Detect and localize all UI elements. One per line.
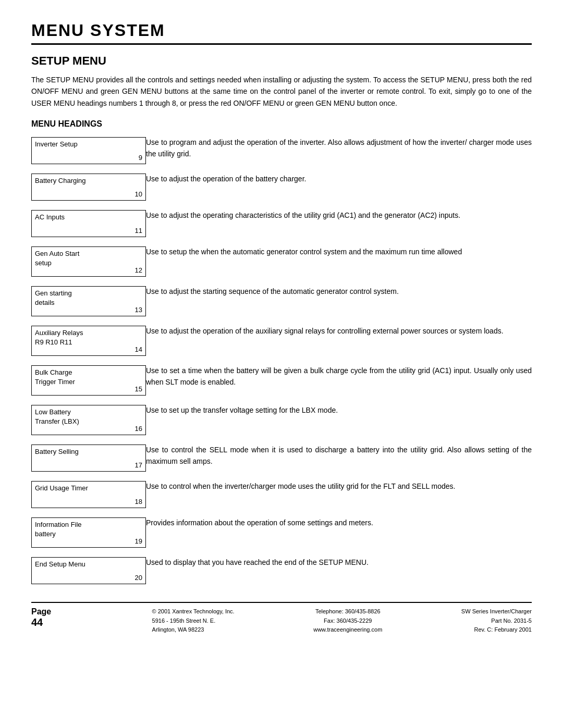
menu-item-number: 19 <box>135 537 142 545</box>
menu-item-label: Bulk ChargeTrigger Timer <box>35 368 75 386</box>
footer-company: © 2001 Xantrex Technology, Inc. 5916 - 1… <box>152 607 235 635</box>
footer-telephone: Telephone: 360/435-8826 <box>313 607 382 616</box>
menu-item-number: 11 <box>135 227 142 235</box>
menu-cell-box: End Setup Menu 20 <box>31 557 146 584</box>
menu-cell-box: Low BatteryTransfer (LBX) 16 <box>31 405 146 435</box>
footer-rev: Rev. C: February 2001 <box>461 625 532 635</box>
footer-contact: Telephone: 360/435-8826 Fax: 360/435-222… <box>313 607 382 635</box>
menu-item-description: Provides information about the operation… <box>146 515 532 550</box>
menu-item-number: 15 <box>135 385 142 393</box>
table-row: Grid Usage Timer 18 Use to control when … <box>31 479 532 510</box>
table-row: Inverter Setup 9 Use to program and adju… <box>31 135 532 166</box>
menu-item-label: Inverter Setup <box>35 140 78 148</box>
table-row: AC Inputs 11 Use to adjust the operating… <box>31 208 532 239</box>
menu-cell-box: Gen Auto Startsetup 12 <box>31 246 146 277</box>
menu-cell-box: Grid Usage Timer 18 <box>31 481 146 508</box>
table-row: Bulk ChargeTrigger Timer 15 Use to set a… <box>31 363 532 398</box>
menu-item-label: Battery Selling <box>35 448 79 455</box>
footer-product: SW Series Inverter/Charger Part No. 2031… <box>461 607 532 635</box>
menu-item-number: 18 <box>135 498 142 505</box>
menu-item-label: End Setup Menu <box>35 560 85 568</box>
menu-item-description: Use to program and adjust the operation … <box>146 135 532 166</box>
menu-item-description: Use to set a time when the battery will … <box>146 363 532 398</box>
menu-item-number: 12 <box>135 266 142 274</box>
menu-item-description: Use to control the SELL mode when it is … <box>146 442 532 474</box>
menu-item-number: 16 <box>135 425 142 433</box>
menu-item-label: AC Inputs <box>35 213 65 221</box>
menu-cell-box: Auxiliary RelaysR9 R10 R11 14 <box>31 326 146 356</box>
menu-cell-box: Battery Charging 10 <box>31 174 146 201</box>
menu-cell-box: Bulk ChargeTrigger Timer 15 <box>31 365 146 396</box>
menu-item-description: Use to setup the when the automatic gene… <box>146 244 532 279</box>
menu-cell-box: Information Filebattery 19 <box>31 517 146 548</box>
page-number: 44 <box>31 616 43 628</box>
footer-website: www.traceengineering.com <box>313 625 382 635</box>
table-row: Battery Charging 10 Use to adjust the op… <box>31 171 532 203</box>
menu-item-description: Used to display that you have reached th… <box>146 555 532 586</box>
menu-item-label: Grid Usage Timer <box>35 484 88 492</box>
menu-item-description: Use to adjust the operation of the batte… <box>146 171 532 203</box>
menu-headings-title: MENU HEADINGS <box>31 119 532 129</box>
menu-table: Inverter Setup 9 Use to program and adju… <box>31 135 532 586</box>
menu-item-label: Gen Auto Startsetup <box>35 250 79 267</box>
footer-fax: Fax: 360/435-2229 <box>313 616 382 626</box>
menu-item-number: 10 <box>135 190 142 198</box>
menu-item-number: 20 <box>135 574 142 582</box>
footer-part-no: Part No. 2031-5 <box>461 616 532 626</box>
menu-item-description: Use to adjust the operating characterist… <box>146 208 532 239</box>
menu-item-description: Use to adjust the starting sequence of t… <box>146 284 532 318</box>
table-row: End Setup Menu 20 Used to display that y… <box>31 555 532 586</box>
menu-item-number: 9 <box>139 154 142 162</box>
menu-item-label: Information Filebattery <box>35 521 82 538</box>
menu-item-number: 14 <box>135 346 142 353</box>
footer-address1: 5916 - 195th Street N. E. <box>152 616 235 626</box>
menu-cell-box: AC Inputs 11 <box>31 210 146 237</box>
menu-cell-box: Inverter Setup 9 <box>31 137 146 164</box>
menu-item-number: 17 <box>135 461 142 469</box>
menu-item-label: Battery Charging <box>35 177 86 184</box>
footer-product-name: SW Series Inverter/Charger <box>461 607 532 616</box>
footer-page: Page 44 <box>31 607 73 628</box>
menu-item-label: Low BatteryTransfer (LBX) <box>35 408 79 425</box>
menu-item-label: Auxiliary RelaysR9 R10 R11 <box>35 329 83 346</box>
table-row: Gen Auto Startsetup 12 Use to setup the … <box>31 244 532 279</box>
menu-item-description: Use to set up the transfer voltage setti… <box>146 403 532 437</box>
menu-item-number: 13 <box>135 306 142 314</box>
menu-item-description: Use to control when the inverter/charger… <box>146 479 532 510</box>
page-title: MENU SYSTEM <box>31 21 532 45</box>
table-row: Gen startingdetails 13 Use to adjust the… <box>31 284 532 318</box>
footer-address2: Arlington, WA 98223 <box>152 625 235 635</box>
table-row: Information Filebattery 19 Provides info… <box>31 515 532 550</box>
table-row: Low BatteryTransfer (LBX) 16 Use to set … <box>31 403 532 437</box>
menu-cell-box: Gen startingdetails 13 <box>31 286 146 316</box>
menu-item-description: Use to adjust the operation of the auxil… <box>146 324 532 358</box>
table-row: Battery Selling 17 Use to control the SE… <box>31 442 532 474</box>
menu-cell-box: Battery Selling 17 <box>31 445 146 472</box>
section-title: SETUP MENU <box>31 54 532 68</box>
intro-text: The SETUP MENU provides all the controls… <box>31 74 532 109</box>
page-label: Page <box>31 607 51 616</box>
footer: Page 44 © 2001 Xantrex Technology, Inc. … <box>31 602 532 635</box>
table-row: Auxiliary RelaysR9 R10 R11 14 Use to adj… <box>31 324 532 358</box>
menu-item-label: Gen startingdetails <box>35 289 72 306</box>
footer-copyright: © 2001 Xantrex Technology, Inc. <box>152 607 235 616</box>
